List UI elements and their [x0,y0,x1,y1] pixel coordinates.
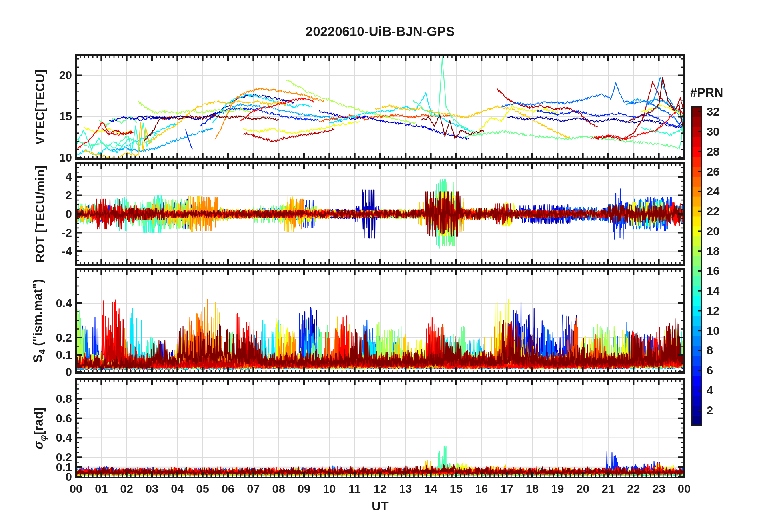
y-tick-label: 0.6 [39,412,72,425]
y-tick-label: 0 [39,365,72,379]
colorbar-tick-label: 18 [707,244,735,258]
colorbar-tick-label: 24 [707,184,735,198]
colorbar-tick-label: 12 [707,304,735,318]
colorbar-tick-label: 22 [707,204,735,218]
gps-ionosphere-plots-canvas [0,0,761,532]
colorbar-tick-label: 4 [707,384,735,397]
colorbar-tick-label: 30 [707,125,735,138]
colorbar-tick-label: 6 [707,364,735,377]
y-tick-label: 10 [39,151,72,164]
y-tick-label: 0 [39,207,72,221]
colorbar-tick-label: 10 [707,324,735,338]
colorbar-title: #PRN [683,86,731,100]
y-tick-label: 0.8 [39,392,72,406]
y-tick-label: 2 [39,188,72,202]
y-tick-label: 0.4 [39,431,72,444]
y-tick-label: 4 [39,170,72,184]
colorbar-tick-label: 16 [707,264,735,278]
y-tick-label: 0.1 [39,348,72,362]
x-tick-label: 00 [668,482,700,496]
y-tick-label: 0.4 [39,296,72,310]
colorbar-tick-label: 26 [707,165,735,178]
colorbar-tick-label: 2 [707,404,735,417]
figure-20220610-uib-bjn-gps: 20220610-UiB-BJN-GPS VTEC[TECU] ROT [TEC… [0,0,761,532]
y-tick-label: -4 [39,244,72,258]
y-tick-label: 0.2 [39,331,72,344]
y-tick-label: 20 [39,68,72,82]
colorbar-tick-label: 28 [707,145,735,158]
colorbar-tick-label: 20 [707,224,735,238]
y-tick-label: 0.2 [39,450,72,464]
colorbar-tick-label: 14 [707,284,735,298]
plot-title: 20220610-UiB-BJN-GPS [76,24,684,39]
y-tick-label: -2 [39,226,72,240]
y-tick-label: 15 [39,110,72,123]
colorbar-tick-label: 32 [707,105,735,118]
x-axis-label: UT [76,499,684,514]
colorbar-tick-label: 8 [707,344,735,357]
